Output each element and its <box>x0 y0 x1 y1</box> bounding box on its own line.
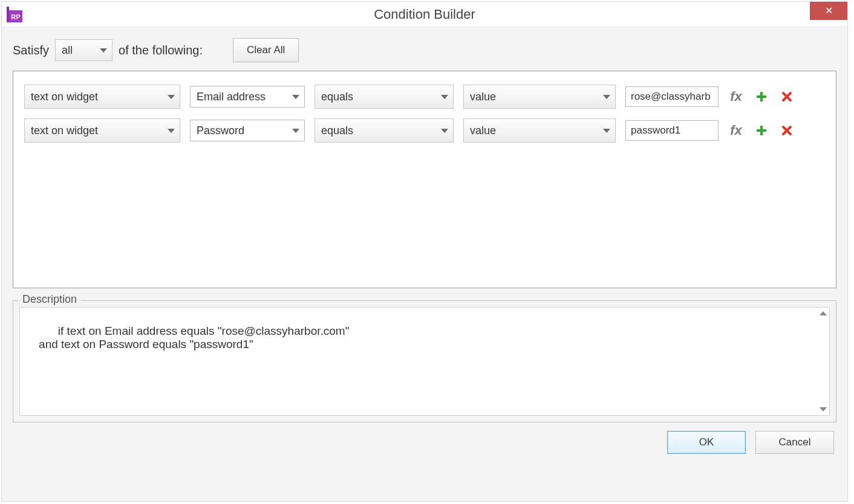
conditions-panel: text on widget Email address equals valu… <box>13 71 836 288</box>
condition-source-dropdown[interactable]: text on widget <box>24 85 180 109</box>
condition-widget-dropdown[interactable]: Email address <box>190 86 305 108</box>
description-legend: Description <box>19 293 80 306</box>
svg-text:RP: RP <box>11 13 20 21</box>
scroll-up-icon[interactable] <box>820 311 827 315</box>
svg-rect-4 <box>757 95 766 98</box>
ok-label: OK <box>699 436 714 448</box>
condition-rhs-type-dropdown[interactable]: value <box>463 85 616 109</box>
remove-condition-button[interactable] <box>779 89 795 105</box>
dialog-footer: OK Cancel <box>13 431 836 454</box>
description-text: if text on Email address equals "rose@cl… <box>26 325 349 351</box>
satisfy-mode-value: all <box>62 44 95 57</box>
condition-rhs-type-value: value <box>470 124 598 137</box>
chevron-down-icon <box>168 95 175 99</box>
satisfy-mode-dropdown[interactable]: all <box>55 39 112 61</box>
condition-source-value: text on widget <box>31 124 163 137</box>
condition-value-input[interactable] <box>625 120 719 141</box>
chevron-down-icon <box>603 129 610 133</box>
description-group: Description if text on Email address equ… <box>13 300 836 422</box>
scroll-down-icon[interactable] <box>820 407 827 412</box>
satisfy-row: Satisfy all of the following: Clear All <box>13 38 836 62</box>
condition-widget-dropdown[interactable]: Password <box>190 120 305 141</box>
condition-row: text on widget Email address equals valu… <box>24 85 825 109</box>
chevron-down-icon <box>441 129 448 133</box>
cancel-label: Cancel <box>779 436 811 448</box>
fx-button[interactable]: fx <box>728 89 744 105</box>
titlebar: RP Condition Builder ✕ <box>2 2 847 27</box>
condition-rhs-type-value: value <box>470 91 598 103</box>
close-icon: ✕ <box>825 5 833 16</box>
add-condition-button[interactable] <box>754 89 769 105</box>
cancel-button[interactable]: Cancel <box>755 431 834 454</box>
fx-button[interactable]: fx <box>728 123 744 138</box>
app-icon: RP <box>5 5 24 24</box>
ok-button[interactable]: OK <box>667 431 746 454</box>
condition-row: text on widget Password equals value fx <box>24 118 825 143</box>
clear-all-button[interactable]: Clear All <box>233 38 299 62</box>
condition-source-dropdown[interactable]: text on widget <box>24 118 180 143</box>
condition-operator-value: equals <box>321 91 436 103</box>
svg-rect-6 <box>757 129 766 132</box>
condition-operator-value: equals <box>321 124 436 137</box>
add-condition-button[interactable] <box>754 123 769 138</box>
chevron-down-icon <box>441 95 448 99</box>
client-area: Satisfy all of the following: Clear All … <box>2 27 847 501</box>
satisfy-suffix-label: of the following: <box>119 44 203 57</box>
chevron-down-icon <box>292 95 299 99</box>
description-frame: if text on Email address equals "rose@cl… <box>13 300 836 422</box>
chevron-down-icon <box>292 129 299 133</box>
condition-widget-value: Password <box>197 124 287 137</box>
condition-builder-window: RP Condition Builder ✕ Satisfy all of th… <box>1 1 848 502</box>
satisfy-prefix-label: Satisfy <box>13 44 49 57</box>
clear-all-label: Clear All <box>247 44 285 56</box>
condition-value-input[interactable] <box>625 86 719 107</box>
chevron-down-icon <box>100 48 107 53</box>
condition-operator-dropdown[interactable]: equals <box>315 85 454 109</box>
condition-widget-value: Email address <box>197 91 287 103</box>
svg-rect-0 <box>7 7 9 22</box>
condition-rhs-type-dropdown[interactable]: value <box>463 118 616 143</box>
window-title: Condition Builder <box>2 7 847 22</box>
condition-source-value: text on widget <box>31 91 163 103</box>
chevron-down-icon <box>603 95 610 99</box>
condition-operator-dropdown[interactable]: equals <box>315 118 454 143</box>
close-button[interactable]: ✕ <box>810 2 847 20</box>
description-textarea[interactable]: if text on Email address equals "rose@cl… <box>19 307 830 416</box>
remove-condition-button[interactable] <box>779 123 795 138</box>
chevron-down-icon <box>168 129 175 133</box>
